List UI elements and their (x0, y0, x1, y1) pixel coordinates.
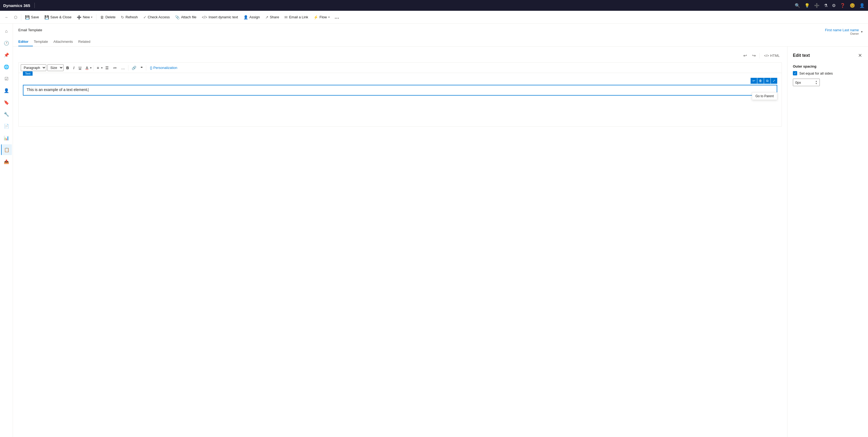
sidebar-nav: ⌂ 🕐 📌 🌐 ☑ 👤 🔖 🔧 📄 📊 📋 📤 (0, 24, 13, 437)
align-dropdown[interactable]: ≡ ▾ (95, 65, 102, 71)
sidebar-item-active-page[interactable]: 📋 (1, 144, 12, 155)
tab-template[interactable]: Template (34, 37, 53, 46)
cmd-separator-2 (96, 14, 96, 21)
set-equal-checkbox[interactable]: ✓ (793, 71, 797, 75)
editor-main: ↩ ↪ </> HTML Paragraph Heading 1 Heading… (13, 46, 787, 437)
check-access-icon: ✓ (143, 15, 147, 20)
redo-button[interactable]: ↪ (751, 52, 757, 59)
delete-button[interactable]: 🗑 Delete (97, 13, 118, 21)
sidebar-item-home[interactable]: ⌂ (1, 26, 12, 37)
sidebar-item-bookmark[interactable]: 🔖 (1, 97, 12, 108)
sidebar-item-doc[interactable]: 📄 (1, 121, 12, 131)
main-layout: ⌂ 🕐 📌 🌐 ☑ 👤 🔖 🔧 📄 📊 📋 📤 Email Template F… (0, 24, 868, 437)
rt-sep-3 (146, 65, 146, 70)
flow-label: Flow (319, 15, 327, 19)
spacing-down-arrow[interactable]: ▼ (815, 83, 817, 85)
more-button[interactable]: … (332, 14, 341, 20)
text-element-label: Text (23, 71, 33, 76)
back-button[interactable]: ← (2, 13, 11, 21)
text-back-button[interactable]: ↩ (751, 78, 757, 84)
spacing-up-arrow[interactable]: ▲ (815, 80, 817, 83)
save-close-button[interactable]: 💾 Save & Close (42, 13, 74, 21)
search-icon[interactable]: 🔍 (795, 3, 800, 8)
attach-file-button[interactable]: 📎 Attach file (173, 13, 199, 21)
goto-parent-tooltip[interactable]: Go to Parent (752, 92, 777, 100)
font-color-chevron[interactable]: ▾ (90, 66, 92, 69)
attach-label: Attach file (181, 15, 196, 19)
spacing-arrows[interactable]: ▲ ▼ (815, 80, 817, 85)
delete-label: Delete (105, 15, 116, 19)
filter-icon[interactable]: ⚗ (824, 3, 828, 8)
refresh-button[interactable]: ↻ Refresh (118, 13, 141, 21)
tab-attachments[interactable]: Attachments (53, 37, 77, 46)
check-access-button[interactable]: ✓ Check Access (141, 13, 173, 21)
topbar-divider (34, 3, 35, 8)
text-copy-button[interactable]: ⧉ (764, 78, 771, 84)
set-equal-row: ✓ Set equal for all sides (793, 71, 863, 75)
paragraph-select[interactable]: Paragraph Heading 1 Heading 2 (21, 64, 46, 71)
tab-related[interactable]: Related (79, 37, 95, 46)
font-color-dropdown[interactable]: A ▾ (84, 65, 92, 71)
text-cursor (88, 88, 88, 92)
new-dropdown-icon[interactable]: ▾ (91, 15, 92, 19)
spacing-input[interactable]: 0px ▲ ▼ (793, 79, 820, 86)
sidebar-item-send[interactable]: 📤 (1, 156, 12, 167)
owner-name[interactable]: First name Last name (825, 28, 859, 32)
bold-button[interactable]: B (65, 65, 70, 71)
unordered-list-button[interactable]: ≔ (112, 65, 119, 71)
underline-button[interactable]: U (77, 65, 83, 71)
spacing-input-row: 0px ▲ ▼ (793, 79, 863, 86)
check-access-label: Check Access (148, 15, 170, 19)
flow-dropdown-icon[interactable]: ▾ (328, 15, 330, 19)
align-chevron[interactable]: ▾ (101, 66, 103, 69)
owner-section: First name Last name Owner ▾ (825, 28, 863, 35)
refresh-label: Refresh (125, 15, 138, 19)
tab-editor[interactable]: Editor (18, 37, 33, 46)
new-label: New (83, 15, 90, 19)
sidebar-item-chart[interactable]: 📊 (1, 132, 12, 143)
text-element-content[interactable]: This is an example of a text element. (23, 85, 777, 96)
align-button[interactable]: ≡ (95, 65, 100, 71)
panel-header: Edit text ✕ (793, 52, 863, 59)
sidebar-item-activity[interactable]: 🕐 (1, 38, 12, 49)
sidebar-item-checklist[interactable]: ☑ (1, 73, 12, 84)
owner-chevron-icon[interactable]: ▾ (861, 30, 863, 34)
insert-dynamic-text-button[interactable]: </> Insert dynamic text (199, 13, 241, 21)
share-button[interactable]: ↗ Share (262, 13, 282, 21)
quote-button[interactable]: ❝ (139, 65, 144, 71)
font-color-button[interactable]: A (84, 65, 90, 71)
app-logo[interactable]: Dynamics 365 (3, 3, 30, 8)
more-format-button[interactable]: … (120, 65, 127, 71)
flow-button[interactable]: ⚡ Flow ▾ (311, 13, 332, 21)
help-icon[interactable]: ❓ (840, 3, 845, 8)
html-button[interactable]: </> HTML (762, 53, 782, 59)
add-icon[interactable]: ➕ (814, 3, 819, 8)
lightbulb-icon[interactable]: 💡 (804, 3, 810, 8)
size-select[interactable]: Size 8 10 12 14 (48, 64, 64, 71)
html-code-icon: </> (764, 54, 769, 58)
undo-button[interactable]: ↩ (742, 52, 748, 59)
user-icon[interactable]: 👤 (859, 3, 865, 8)
link-button[interactable]: 🔗 (130, 65, 138, 71)
personalization-button[interactable]: {} Personalization (148, 65, 180, 70)
editor-canvas[interactable]: Text ↩ 🗑 ⧉ ⤢ This is an example of a tex… (18, 73, 782, 127)
new-button[interactable]: ➕ New ▾ (74, 13, 95, 21)
pop-out-button[interactable]: ⬡ (11, 13, 20, 21)
save-button[interactable]: 💾 Save (22, 13, 42, 21)
sidebar-item-pin[interactable]: 📌 (1, 50, 12, 60)
panel-close-button[interactable]: ✕ (858, 52, 863, 59)
sidebar-item-person[interactable]: 👤 (1, 85, 12, 96)
owner-label: Owner (825, 32, 859, 35)
feedback-icon[interactable]: 😊 (850, 3, 855, 8)
email-link-button[interactable]: ✉ Email a Link (282, 13, 311, 21)
text-delete-button[interactable]: 🗑 (757, 78, 764, 84)
italic-button[interactable]: I (72, 65, 76, 71)
settings-icon[interactable]: ⚙ (832, 3, 836, 8)
new-icon: ➕ (77, 15, 81, 20)
sidebar-item-globe[interactable]: 🌐 (1, 61, 12, 72)
sidebar-item-tool[interactable]: 🔧 (1, 109, 12, 120)
text-move-button[interactable]: ⤢ (771, 78, 777, 84)
assign-button[interactable]: 👤 Assign (241, 13, 262, 21)
code-icon: </> (202, 15, 207, 20)
ordered-list-button[interactable]: ☰ (104, 65, 111, 71)
